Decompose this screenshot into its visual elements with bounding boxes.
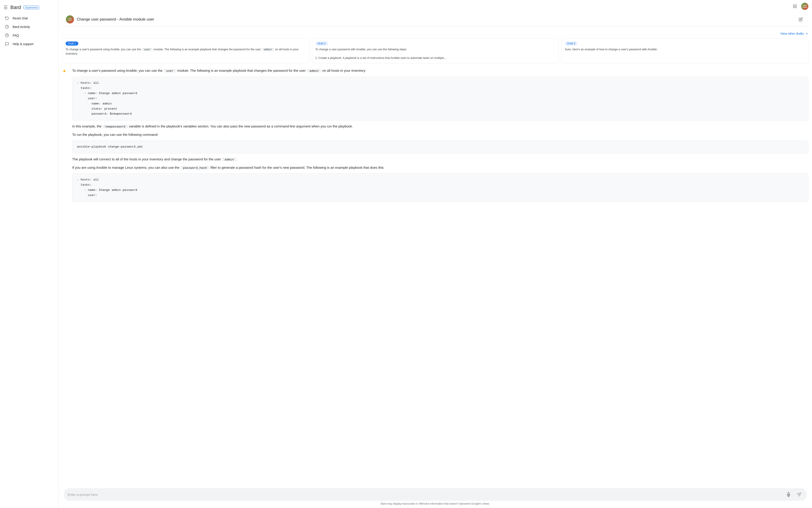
sidebar: ☰ Bard Experiment Reset chat Bard Activi… — [0, 0, 59, 508]
conversation-header: LearnOnline Change user password - Ansib… — [62, 13, 808, 27]
draft-2-label: Draft 2 — [315, 42, 328, 46]
response-run-text: To run the playbook, you can use the fol… — [72, 132, 808, 137]
disclaimer-text: Bard may display inaccurate or offensive… — [64, 501, 807, 506]
svg-rect-8 — [796, 6, 797, 6]
sidebar-item-reset-chat-label: Reset chat — [13, 16, 28, 20]
code-block-3: - hosts: all tasks: - name: Change admin… — [72, 173, 808, 202]
response-text: To change a user's password using Ansibl… — [72, 68, 808, 205]
conv-avatar: LearnOnline — [66, 15, 74, 24]
main-content: LearnOnline LearnOnline Change user pass… — [59, 0, 812, 508]
code-block-1: - hosts: all tasks: - name: Change admin… — [72, 77, 808, 121]
svg-rect-4 — [795, 5, 795, 5]
svg-rect-3 — [793, 5, 794, 5]
draft-3-text: Sure, here's an example of how to change… — [565, 47, 805, 52]
svg-rect-7 — [795, 6, 795, 6]
drafts-container: View other drafts Draft 1 To change a us… — [62, 30, 808, 64]
topbar: LearnOnline — [59, 0, 812, 13]
sidebar-item-faq[interactable]: FAQ — [0, 31, 56, 40]
topbar-icons: LearnOnline — [790, 2, 808, 11]
help-icon — [4, 42, 9, 46]
draft-1-text: To change a user's password using Ansibl… — [66, 47, 306, 56]
draft-card-3[interactable]: Draft 3 Sure, here's an example of how t… — [561, 38, 808, 64]
draft-1-label: Draft 1 — [66, 42, 78, 46]
draft-3-label: Draft 3 — [565, 42, 578, 46]
user-avatar[interactable]: LearnOnline — [801, 3, 808, 10]
svg-rect-9 — [793, 7, 794, 8]
drafts-grid: Draft 1 To change a user's password usin… — [62, 38, 808, 64]
draft-2-text: To change a user password with Ansible, … — [315, 47, 556, 60]
svg-rect-11 — [796, 7, 797, 8]
reset-icon — [4, 16, 9, 20]
response-intro: To change a user's password using Ansibl… — [72, 68, 808, 74]
faq-icon — [4, 33, 9, 37]
conversation-title: Change user password - Ansible module us… — [77, 17, 154, 22]
app-name: Bard — [10, 4, 21, 10]
google-apps-button[interactable] — [790, 2, 799, 11]
sidebar-item-bard-activity[interactable]: Bard Activity — [0, 23, 56, 31]
sidebar-item-faq-label: FAQ — [13, 34, 19, 37]
experiment-badge: Experiment — [24, 6, 39, 9]
svg-rect-5 — [796, 5, 797, 5]
draft-card-2[interactable]: Draft 2 To change a user password with A… — [312, 38, 559, 64]
menu-icon[interactable]: ☰ — [4, 5, 8, 10]
conv-header-left: LearnOnline Change user password - Ansib… — [66, 15, 154, 24]
sidebar-item-bard-activity-label: Bard Activity — [13, 25, 30, 29]
draft-card-1[interactable]: Draft 1 To change a user's password usin… — [62, 38, 309, 64]
response-area: ✦ To change a user's password using Ansi… — [62, 68, 808, 205]
prompt-input[interactable] — [68, 493, 782, 497]
sidebar-item-help-support[interactable]: Help & support — [0, 40, 56, 48]
bard-star-icon: ✦ — [62, 68, 69, 205]
activity-icon — [4, 25, 9, 29]
svg-rect-10 — [795, 7, 795, 8]
edit-title-button[interactable] — [797, 15, 805, 24]
sidebar-item-help-support-label: Help & support — [13, 42, 34, 46]
mic-button[interactable] — [784, 491, 793, 499]
chat-area[interactable]: LearnOnline Change user password - Ansib… — [59, 13, 812, 485]
sidebar-item-reset-chat[interactable]: Reset chat — [0, 14, 56, 23]
svg-rect-6 — [793, 6, 794, 6]
view-other-drafts-label: View other drafts — [780, 32, 804, 35]
input-row — [64, 488, 807, 501]
response-middle: In this example, the `newpassword` varia… — [72, 124, 808, 129]
send-button[interactable] — [795, 491, 803, 499]
view-other-drafts-button[interactable]: View other drafts — [62, 30, 808, 37]
response-linux-text: If you are using Ansible to manage Linux… — [72, 165, 808, 171]
response-playbook-text: The playbook will connect to all of the … — [72, 157, 808, 162]
sidebar-header: ☰ Bard Experiment — [0, 3, 58, 12]
code-block-2: ansible-playbook change-password.yml — [72, 140, 808, 154]
input-area: Bard may display inaccurate or offensive… — [59, 485, 812, 508]
